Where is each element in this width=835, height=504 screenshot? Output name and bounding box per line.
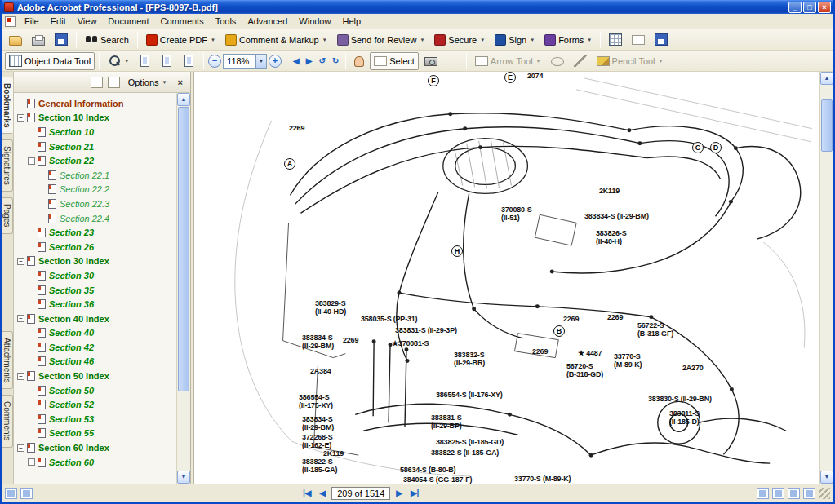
expander-minus-icon[interactable]: − (17, 114, 24, 122)
clipboard-button[interactable] (628, 31, 649, 49)
bookmark-item[interactable]: Section 23 (14, 225, 176, 240)
menu-comments[interactable]: Comments (155, 15, 210, 28)
bookmark-item[interactable]: −Section 60 (14, 455, 176, 470)
scroll-down-icon[interactable]: ▼ (177, 471, 190, 484)
zoom-in-button[interactable]: + (269, 55, 282, 68)
bookmark-item[interactable]: Section 55 (14, 427, 176, 441)
bookmark-item[interactable]: Section 22.2 (14, 183, 176, 197)
nav-tab-attachments[interactable]: Attachments (2, 331, 13, 390)
snapshot-tool-button[interactable] (420, 52, 442, 70)
close-panel-icon[interactable]: × (175, 77, 185, 87)
menu-file[interactable]: File (19, 15, 45, 28)
toolbar-send-for-review-button[interactable]: Send for Review▼ (333, 31, 429, 49)
fullscreen-view-icon[interactable] (803, 488, 815, 499)
title-bar[interactable]: Adobe Acrobat Professional - [FPS-8097-B… (2, 0, 833, 14)
oval-tool-button[interactable] (547, 52, 568, 70)
minimize-button[interactable]: _ (788, 2, 802, 13)
bookmark-item[interactable]: Section 22.4 (14, 211, 176, 226)
options-menu-button[interactable]: Options ▼ (125, 76, 171, 89)
toolbar-forms-button[interactable]: Forms▼ (540, 31, 596, 49)
zoom-tool-button[interactable]: ▼ (104, 52, 133, 70)
bookmark-item[interactable]: General Information (14, 96, 176, 111)
arrow-tool-button[interactable]: Arrow Tool ▼ (471, 52, 545, 70)
facing-view-icon[interactable] (788, 488, 800, 499)
expander-minus-icon[interactable]: − (17, 315, 24, 322)
pages-layout-button[interactable] (605, 31, 626, 49)
toolbar-comment-markup-button[interactable]: Comment & Markup▼ (221, 31, 331, 49)
document-page[interactable]: 207422692K119370080-S (II-51)383834-S (I… (194, 72, 819, 484)
document-scroll-track[interactable] (820, 85, 833, 471)
close-button[interactable]: × (818, 2, 831, 13)
scroll-down-icon[interactable]: ▼ (820, 471, 833, 484)
bookmarks-scroll-thumb[interactable] (178, 107, 189, 391)
hand-tool-button[interactable] (350, 52, 368, 70)
first-page-button[interactable]: |◀ (300, 489, 314, 497)
nav-tab-pages[interactable]: Pages (2, 197, 13, 233)
show-nav-pane-icon[interactable] (5, 488, 17, 499)
single-page-view-icon[interactable] (757, 488, 769, 499)
bookmark-item[interactable]: −Section 50 Index (14, 369, 176, 383)
menu-window[interactable]: Window (293, 15, 336, 28)
fit-width-button[interactable] (179, 52, 199, 70)
expander-minus-icon[interactable]: − (17, 444, 24, 452)
previous-view-button[interactable]: ↺ (316, 56, 327, 65)
toolbar-create-pdf-button[interactable]: Create PDF▼ (142, 31, 220, 49)
object-data-tool-button[interactable]: Object Data Tool (5, 52, 95, 70)
collapse-bookmark-icon[interactable] (108, 77, 120, 88)
nav-tab-bookmarks[interactable]: Bookmarks (2, 77, 13, 134)
expand-bookmark-icon[interactable] (91, 77, 103, 88)
menu-advanced[interactable]: Advanced (242, 15, 293, 28)
nav-tab-comments[interactable]: Comments (2, 395, 13, 447)
save-button[interactable] (51, 31, 72, 49)
help-window-button[interactable] (651, 31, 672, 49)
expander-minus-icon[interactable]: − (17, 373, 24, 380)
bookmark-item[interactable]: Section 53 (14, 412, 176, 427)
next-page-button[interactable]: ▶ (304, 56, 315, 65)
zoom-out-button[interactable]: − (208, 55, 221, 68)
pencil-tool-button[interactable]: Pencil Tool ▼ (593, 52, 668, 70)
expander-minus-icon[interactable]: − (28, 157, 35, 165)
restore-button[interactable]: □ (803, 2, 816, 13)
previous-page-button[interactable]: ◀ (318, 489, 329, 497)
bookmarks-scroll-track[interactable] (177, 106, 190, 471)
bookmark-item[interactable]: Section 46 (14, 355, 176, 369)
resize-grip[interactable] (819, 488, 830, 499)
menu-view[interactable]: View (72, 15, 103, 28)
menu-tools[interactable]: Tools (210, 15, 242, 28)
scroll-up-icon[interactable]: ▲ (820, 72, 833, 85)
bookmark-item[interactable]: Section 22.3 (14, 197, 176, 211)
bookmark-item[interactable]: Section 10 (14, 125, 176, 139)
menu-edit[interactable]: Edit (45, 15, 72, 28)
line-tool-button[interactable] (570, 52, 591, 70)
bookmark-item[interactable]: −Section 40 Index (14, 312, 176, 326)
toolbar-secure-button[interactable]: Secure▼ (430, 31, 489, 49)
bookmark-item[interactable]: Section 42 (14, 340, 176, 355)
next-page-button[interactable]: ▶ (393, 489, 405, 497)
page-thumbnails-icon[interactable] (20, 488, 33, 499)
bookmarks-scrollbar[interactable]: ▲ ▼ (176, 93, 190, 484)
expander-minus-icon[interactable]: − (28, 458, 35, 466)
bookmark-item[interactable]: Section 50 (14, 383, 176, 398)
bookmark-item[interactable]: −Section 60 Index (14, 440, 176, 455)
bookmark-item[interactable]: Section 52 (14, 397, 176, 412)
zoom-level-select[interactable]: 118% ▼ (223, 54, 267, 69)
expander-minus-icon[interactable]: − (17, 258, 24, 265)
bookmark-item[interactable]: −Section 10 Index (14, 111, 176, 126)
bookmark-item[interactable]: Section 40 (14, 326, 176, 341)
last-page-button[interactable]: ▶| (408, 489, 422, 497)
bookmark-item[interactable]: Section 22.1 (14, 168, 176, 183)
actual-size-button[interactable] (135, 52, 155, 70)
previous-page-button[interactable]: ◀ (291, 56, 302, 65)
nav-tab-signatures[interactable]: Signatures (2, 139, 13, 192)
scroll-up-icon[interactable]: ▲ (177, 93, 190, 106)
select-tool-button[interactable]: Select (370, 52, 419, 70)
bookmark-item[interactable]: −Section 30 Index (14, 254, 176, 269)
bookmark-item[interactable]: Section 35 (14, 283, 176, 298)
menu-help[interactable]: Help (336, 15, 366, 28)
bookmark-item[interactable]: Section 26 (14, 240, 176, 254)
bookmark-item[interactable]: Section 30 (14, 268, 176, 283)
document-scrollbar[interactable]: ▲ ▼ (819, 72, 833, 484)
continuous-view-icon[interactable] (772, 488, 784, 499)
search-button[interactable]: Search (81, 31, 133, 49)
print-button[interactable] (28, 31, 49, 49)
